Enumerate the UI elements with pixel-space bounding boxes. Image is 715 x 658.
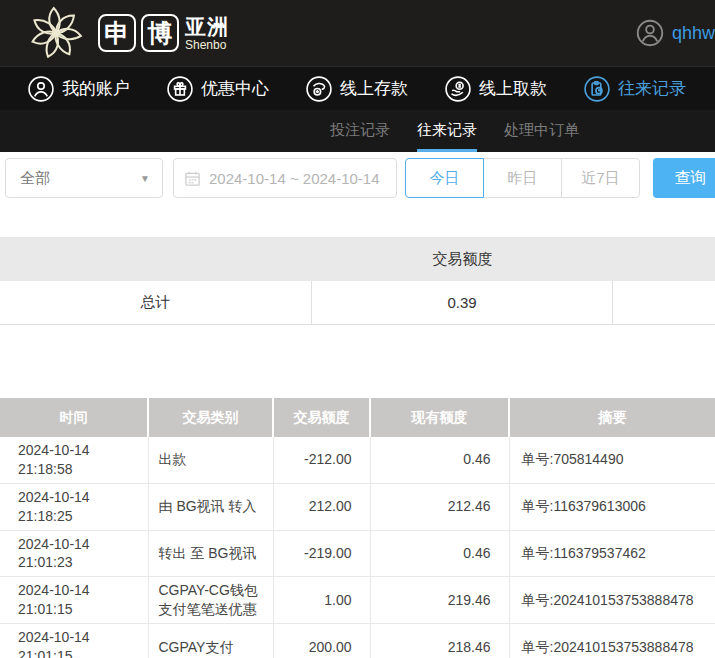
summary-total-value: 0.39 [312,281,613,324]
nav-label: 往来记录 [618,77,686,100]
cell-type: 出款 [148,437,273,483]
transaction-type-select[interactable]: 全部 ▼ [5,158,163,198]
tab-pending-orders[interactable]: 处理中订单 [504,110,579,152]
table-row: 2024-10-14 21:18:58 出款 -212.00 0.46 单号:7… [0,437,715,483]
cell-time: 2024-10-14 21:18:25 [0,483,148,530]
summary-total-row: 总计 0.39 [0,281,715,325]
nav-item-withdraw[interactable]: 线上取款 [445,76,547,102]
table-header-row: 时间 交易类别 交易额度 现有额度 摘要 [0,398,715,437]
brand-char-2: 博 [141,14,179,52]
last-7-days-button[interactable]: 近7日 [561,158,640,198]
cell-time: 2024-10-14 21:01:23 [0,530,148,577]
summary-header-amount: 交易额度 [312,237,613,281]
cell-balance: 218.46 [370,624,509,658]
brand-char-1: 申 [98,14,136,52]
cell-balance: 0.46 [370,530,509,577]
flower-logo-icon [20,4,92,62]
summary-header-row: 交易额度 [0,237,715,281]
column-header-balance: 现有额度 [370,398,509,437]
date-range-input[interactable]: 2024-10-14 ~ 2024-10-14 [173,158,397,198]
nav-label: 线上取款 [479,77,547,100]
nav-label: 我的账户 [62,77,130,100]
nav-item-promotions[interactable]: 优惠中心 [167,76,269,102]
cell-memo: 单号:202410153753888478 [509,624,715,658]
chevron-down-icon: ▼ [140,173,150,184]
cell-balance: 219.46 [370,577,509,624]
calendar-icon [184,170,201,187]
cell-balance: 0.46 [370,437,509,483]
table-row: 2024-10-14 21:01:15 CGPAY-CG钱包支付笔笔送优惠 1.… [0,577,715,624]
table-row: 2024-10-14 21:01:15 CGPAY支付 200.00 218.4… [0,624,715,658]
tab-transaction-records[interactable]: 往来记录 [417,110,477,152]
table-row: 2024-10-14 21:18:25 由 BG视讯 转入 212.00 212… [0,483,715,530]
column-header-time: 时间 [0,398,148,437]
cell-type: CGPAY支付 [148,624,273,658]
withdraw-icon [445,76,471,102]
cell-memo: 单号:202410153753888478 [509,577,715,624]
deposit-icon [306,76,332,102]
cell-time: 2024-10-14 21:18:58 [0,437,148,483]
cell-amount: 212.00 [273,483,370,530]
tab-betting-records[interactable]: 投注记录 [330,110,390,152]
brand-logo[interactable]: 申 博 亚洲 Shenbo [20,4,229,62]
column-header-memo: 摘要 [509,398,715,437]
cell-amount: 1.00 [273,577,370,624]
summary-total-label: 总计 [0,281,312,324]
today-button[interactable]: 今日 [405,158,484,198]
summary-header-spacer [0,237,312,281]
gift-icon [167,76,193,102]
nav-label: 优惠中心 [201,77,269,100]
cell-memo: 单号:116379613006 [509,483,715,530]
cell-type: CGPAY-CG钱包支付笔笔送优惠 [148,577,273,624]
cell-type: 转出 至 BG视讯 [148,530,273,577]
filter-bar: 全部 ▼ 2024-10-14 ~ 2024-10-14 今日 昨日 近7日 查… [0,152,715,237]
transactions-table: 时间 交易类别 交易额度 现有额度 摘要 2024-10-14 21:18:58… [0,398,715,658]
cell-type: 由 BG视讯 转入 [148,483,273,530]
top-brand-bar: 申 博 亚洲 Shenbo qhhw [0,0,715,66]
date-range-value: 2024-10-14 ~ 2024-10-14 [209,170,380,187]
transaction-type-value: 全部 [20,169,50,188]
quick-date-button-group: 今日 昨日 近7日 [405,158,640,198]
summary-spacer-cell [613,281,715,324]
cell-balance: 212.46 [370,483,509,530]
username-text[interactable]: qhhw [672,23,715,44]
user-icon [28,76,54,102]
records-icon [584,76,610,102]
column-header-type: 交易类别 [148,398,273,437]
cell-time: 2024-10-14 21:01:15 [0,624,148,658]
transactions-table-body: 2024-10-14 21:18:58 出款 -212.00 0.46 单号:7… [0,437,715,658]
cell-time: 2024-10-14 21:01:15 [0,577,148,624]
brand-name-boxes: 申 博 [98,14,179,52]
brand-region: 亚洲 [185,16,229,37]
cell-amount: -219.00 [273,530,370,577]
user-avatar-icon [636,19,664,47]
nav-label: 线上存款 [340,77,408,100]
table-row: 2024-10-14 21:01:23 转出 至 BG视讯 -219.00 0.… [0,530,715,577]
brand-latin: Shenbo [185,39,229,51]
nav-item-my-account[interactable]: 我的账户 [28,76,130,102]
search-button[interactable]: 查询 [653,158,715,198]
summary-table: 交易额度 总计 0.39 [0,237,715,325]
yesterday-button[interactable]: 昨日 [483,158,562,198]
record-tabs: 投注记录 往来记录 处理中订单 [0,110,715,152]
nav-item-deposit[interactable]: 线上存款 [306,76,408,102]
cell-amount: 200.00 [273,624,370,658]
cell-amount: -212.00 [273,437,370,483]
column-header-amount: 交易额度 [273,398,370,437]
user-account-area[interactable]: qhhw [636,0,715,66]
main-navigation: 我的账户 优惠中心 线上存款 线上取款 [0,66,715,110]
nav-item-transactions[interactable]: 往来记录 [584,76,686,102]
cell-memo: 单号:705814490 [509,437,715,483]
summary-header-spacer [613,237,715,281]
cell-memo: 单号:116379537462 [509,530,715,577]
